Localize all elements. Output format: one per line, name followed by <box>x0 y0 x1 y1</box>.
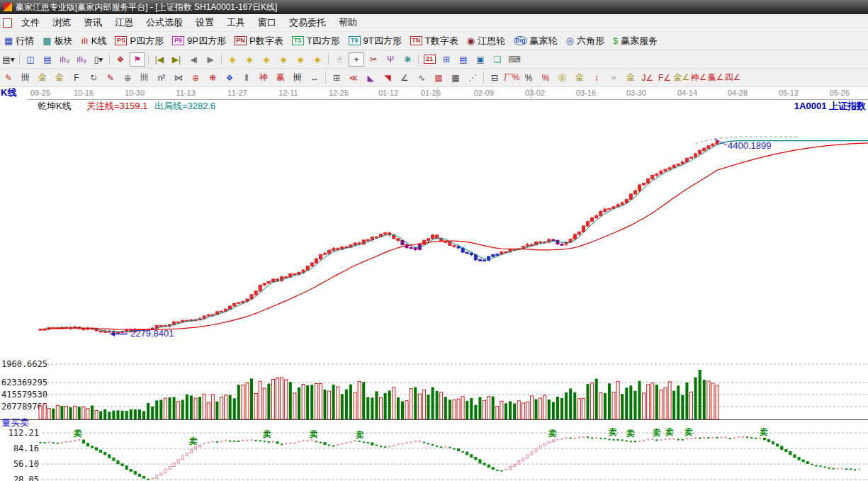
fan-box-red-icon[interactable]: ◥ <box>380 71 395 85</box>
diamond-in-icon[interactable]: ◈ <box>276 52 291 67</box>
circle-grid-icon[interactable]: ⊕ <box>120 71 135 85</box>
toolbar-winner-service-button[interactable]: $赢家服务 <box>609 34 662 48</box>
grid-red-icon[interactable]: ▦ <box>431 71 446 85</box>
toolbar-t-square-button[interactable]: TST四方形 <box>288 34 344 48</box>
toolbar-p-number-table-button[interactable]: PNP数字表 <box>230 34 288 48</box>
diamond-left-icon[interactable]: ◈ <box>225 52 240 67</box>
nav-prev-icon[interactable]: ◀ <box>186 52 201 67</box>
gann-teal-tool-icon[interactable]: ❋ <box>400 52 415 67</box>
info-list-icon[interactable]: ▤ <box>40 52 55 67</box>
mirror-angle-icon[interactable]: ⋈ <box>171 71 186 85</box>
gold-grid-2-icon[interactable]: 金 <box>52 71 67 85</box>
draw-brush-icon[interactable]: ✎ <box>103 71 118 85</box>
gold-levels-2-icon[interactable]: 金 <box>623 71 638 85</box>
remote-pc-icon[interactable]: ⌨ <box>507 52 522 67</box>
nav-last-icon[interactable]: ▶| <box>169 52 184 67</box>
ying-grid-icon[interactable]: 赢 <box>273 71 288 85</box>
percent-levels-icon[interactable]: % <box>538 71 553 85</box>
gold-grid-1-icon[interactable]: 金 <box>35 71 50 85</box>
diamond-right-icon[interactable]: ◈ <box>242 52 257 67</box>
n-square-tool-icon[interactable]: n² <box>154 71 169 85</box>
menu-file[interactable]: 文件 <box>15 15 46 30</box>
fan-lines-red-icon[interactable]: ≪ <box>346 71 361 85</box>
dense-grid-icon[interactable]: 卌 <box>290 71 305 85</box>
chart-area[interactable]: 09-2510-1610-3011-1311-2712-1112-2501-12… <box>0 87 868 481</box>
gann-web-blue-icon[interactable]: ❖ <box>222 71 237 85</box>
toolbar-t-number-table-button[interactable]: TNT数字表 <box>406 34 463 48</box>
network-icon[interactable]: ◫ <box>23 52 38 67</box>
circled-gold-icon[interactable]: ㊎ <box>555 71 570 85</box>
quote-mark-tool-icon[interactable]: ‖ <box>239 71 254 85</box>
child-window-icon[interactable] <box>3 18 12 28</box>
calculator-icon[interactable]: ⊞ <box>439 52 454 67</box>
j-angle-icon[interactable]: J∠ <box>640 71 655 85</box>
grid-comb-icon[interactable]: 卌 <box>18 71 33 85</box>
period-dropdown-icon[interactable]: ▤▾ <box>1 52 16 67</box>
shen-angle-icon[interactable]: 神∠ <box>691 71 706 85</box>
volume-pane[interactable]: 1960.6625623369295415579530207789765 <box>0 359 868 420</box>
percent-tool-icon[interactable]: % <box>521 71 536 85</box>
menu-window[interactable]: 窗口 <box>252 15 283 30</box>
notes-icon[interactable]: ▤ <box>456 52 471 67</box>
angle-cut-tool-icon[interactable]: ✂ <box>366 52 381 67</box>
color-flag-icon[interactable]: ⚑ <box>130 52 145 67</box>
gann-web-red-icon[interactable]: ❋ <box>205 71 220 85</box>
toolbar-winner-wheel-button[interactable]: Big赢家轮 <box>509 34 562 48</box>
gold-levels-icon[interactable]: 金 <box>572 71 587 85</box>
minute-3-icon[interactable]: ılı₃ <box>57 52 72 67</box>
qiankun-pattern-icon[interactable]: ❖ <box>113 52 128 67</box>
vertical-measure-icon[interactable]: ↕ <box>589 71 604 85</box>
percent-zone-icon[interactable]: 厂% <box>504 71 519 85</box>
zigzag-tool-icon[interactable]: ∿ <box>414 71 429 85</box>
toolbar-p-square-button[interactable]: PSP四方形 <box>111 34 168 48</box>
menu-help[interactable]: 帮助 <box>332 15 363 30</box>
fan-box-purple-icon[interactable]: ◣ <box>363 71 378 85</box>
toolbar-9p-square-button[interactable]: P99P四方形 <box>168 34 230 48</box>
menu-browse[interactable]: 浏览 <box>46 15 77 30</box>
main-kline-pane[interactable] <box>39 137 868 333</box>
plain-comb-icon[interactable]: 卌 <box>137 71 152 85</box>
diamond-both-icon[interactable]: ◈ <box>259 52 274 67</box>
menu-gann[interactable]: 江恩 <box>108 15 140 30</box>
ying-angle-icon[interactable]: 赢∠ <box>708 71 723 85</box>
menu-news[interactable]: 资讯 <box>77 15 108 30</box>
minute-9-icon[interactable]: ılı₉ <box>74 52 89 67</box>
indicator-pane[interactable]: 量买卖112.2184.1656.1028.05卖卖卖卖卖卖卖卖卖卖卖卖 <box>1 417 868 481</box>
grid-dark-icon[interactable]: ▦ <box>448 71 463 85</box>
f-angle-icon[interactable]: F∠ <box>657 71 672 85</box>
toolbar-sectors-button[interactable]: ▩板块 <box>38 34 77 48</box>
candle-period-icon[interactable]: ▯▾ <box>91 52 106 67</box>
nav-next-icon[interactable]: ▶ <box>203 52 218 67</box>
draw-pencil-icon[interactable]: ✎ <box>1 71 16 85</box>
toolbar-gann-wheel-button[interactable]: ◉江恩轮 <box>463 34 509 48</box>
width-measure-icon[interactable]: ↔ <box>307 71 322 85</box>
shen-grid-icon[interactable]: 神 <box>256 71 271 85</box>
title-bar[interactable]: 赢家江恩专业版[赢家内部服务平台] - [上证指数 SH1A0001-167日K… <box>0 0 868 14</box>
menu-trade-order[interactable]: 交易委托 <box>283 15 332 30</box>
toolbar-kline-button[interactable]: ılıK线 <box>77 34 111 48</box>
gold-angle-icon[interactable]: 金∠ <box>674 71 689 85</box>
target-tool-icon[interactable]: ⊕ <box>188 71 203 85</box>
nav-first-icon[interactable]: |◀ <box>152 52 167 67</box>
menu-settings[interactable]: 设置 <box>189 15 220 30</box>
wave-tool-icon[interactable]: ≈ <box>606 71 621 85</box>
save-icon[interactable]: ▣ <box>473 52 488 67</box>
calendar-icon[interactable]: 21 <box>422 52 437 67</box>
web-pc-icon[interactable]: ❏ <box>490 52 505 67</box>
menu-formula-stock-pick[interactable]: 公式选股 <box>140 15 189 30</box>
toolbar-hexagon-button[interactable]: ◎六角形 <box>562 34 609 48</box>
hand-tool-icon[interactable]: ☝ <box>332 52 347 67</box>
spiral-tool-icon[interactable]: ↻ <box>86 71 101 85</box>
diamond-out-icon[interactable]: ◈ <box>293 52 308 67</box>
menu-tools[interactable]: 工具 <box>220 15 252 30</box>
diamond-cross-icon[interactable]: ◈ <box>310 52 325 67</box>
angle-line-icon[interactable]: ∠ <box>397 71 412 85</box>
chart-svg[interactable]: 09-2510-1610-3011-1311-2712-1112-2501-12… <box>0 87 868 481</box>
gann-purple-tool-icon[interactable]: Ψ <box>383 52 398 67</box>
toolbar-9t-square-button[interactable]: T99T四方形 <box>344 34 406 48</box>
crosshair-tool-icon[interactable]: + <box>349 52 364 67</box>
diag-lines-icon[interactable]: ⋰ <box>465 71 480 85</box>
square-frame-icon[interactable]: ⊞ <box>329 71 344 85</box>
toolbar-quotes-button[interactable]: ▦行情 <box>0 34 38 48</box>
price-levels-icon[interactable]: ⊟ <box>487 71 502 85</box>
